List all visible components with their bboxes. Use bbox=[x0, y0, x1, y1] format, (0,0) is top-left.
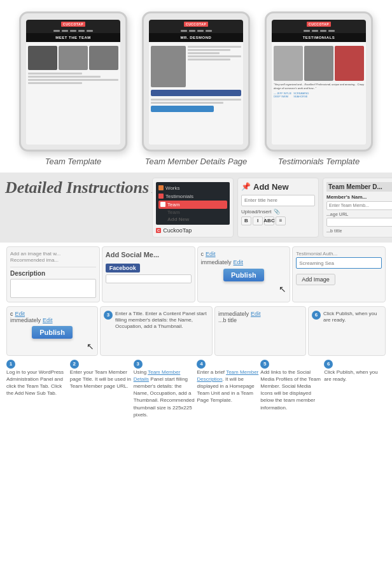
publish-button-e[interactable]: Publish bbox=[32, 326, 73, 339]
sub-item-add-new[interactable]: Add New bbox=[167, 216, 227, 223]
mini-panels-row: Works Testimonials Team Team Add New C C… bbox=[150, 173, 392, 243]
member-name-input[interactable] bbox=[326, 201, 392, 210]
text-line bbox=[188, 55, 241, 57]
test-img bbox=[304, 46, 333, 81]
step5-text: Add links to the Social Media Profiles o… bbox=[260, 369, 321, 411]
tablet-device: CUCCOTAP MR. DESMOND bbox=[142, 11, 250, 152]
text-line bbox=[28, 76, 101, 78]
facebook-label: Facebook bbox=[106, 264, 140, 272]
team-member-desc-link[interactable]: Team Member Description bbox=[197, 369, 258, 382]
step-4: 4 Enter a brief Team Member Description.… bbox=[197, 360, 258, 418]
edit-g[interactable]: Edit bbox=[251, 311, 261, 317]
subtitle-label: ...b title bbox=[326, 229, 392, 233]
edit-link-e[interactable]: Edit bbox=[15, 311, 25, 317]
social-panel: Add Social Me... Facebook bbox=[102, 246, 195, 302]
tablet-header: CUCCOTAP bbox=[26, 20, 120, 29]
cuckootap-item: C CuckooTap bbox=[156, 227, 230, 234]
publish-panel: c Edit immediately Edit Publish ↖ bbox=[197, 246, 291, 302]
step-num-6: 6 bbox=[324, 360, 333, 369]
nav-dot bbox=[87, 30, 93, 32]
step2-text: Enter your Team Member page Title. It wi… bbox=[70, 369, 131, 389]
test-img bbox=[335, 46, 364, 81]
member-photo bbox=[151, 46, 186, 87]
panel-e: c Edit immediately Edit Publish ↖ bbox=[6, 306, 98, 356]
step-num-4: 4 bbox=[197, 360, 206, 369]
c-label: c bbox=[10, 311, 13, 317]
imm-g: immediately bbox=[218, 311, 249, 317]
step3-text-f: Enter a Title. Enter a Content Panel sta… bbox=[115, 311, 209, 330]
tablet-page-title: MR. DESMOND bbox=[149, 33, 243, 42]
immediately-text2: immediately bbox=[201, 259, 232, 265]
testimonial-images bbox=[274, 46, 364, 81]
title-input[interactable] bbox=[241, 195, 315, 206]
italic-button[interactable]: I bbox=[253, 216, 263, 225]
abc-button[interactable]: ABC bbox=[264, 216, 274, 225]
team-img bbox=[89, 46, 118, 70]
quote-attribution: — JEFF WYLIEDEEP SWIM SCREAMINGSEAHORSE bbox=[274, 92, 364, 98]
bold-button[interactable]: B bbox=[241, 216, 251, 225]
sub-item-team[interactable]: Team bbox=[167, 209, 227, 216]
step1-text: Log in to your WordPress Administration … bbox=[6, 369, 64, 397]
tablet-logo: CUCCOTAP bbox=[61, 22, 85, 27]
upload-row: Upload/Insert 📎 bbox=[241, 209, 315, 215]
author-input[interactable] bbox=[296, 257, 382, 269]
test-img bbox=[274, 46, 303, 81]
step-badge-3: 3 bbox=[104, 311, 113, 320]
step6-text-h: Click Publish, when you are ready. bbox=[323, 311, 382, 324]
nav-dot bbox=[62, 30, 68, 32]
nav-item-works[interactable]: Works bbox=[158, 184, 227, 192]
upload-label: Upload/Insert bbox=[241, 209, 272, 215]
nav-label-team: Team bbox=[167, 202, 180, 208]
team-member-panel: Team Member D... Member's Nam... ...age … bbox=[323, 178, 392, 237]
description-textarea[interactable] bbox=[10, 279, 96, 298]
pin-icon: 📌 bbox=[241, 182, 251, 191]
tablet-team-template: CUCCOTAP MEET THE TEAM bbox=[18, 11, 129, 167]
text-line bbox=[28, 82, 82, 84]
text-line bbox=[151, 102, 223, 104]
tablet-logo: CUCCOTAP bbox=[184, 22, 208, 27]
tablet-nav bbox=[272, 29, 366, 33]
tablet-text bbox=[28, 73, 118, 84]
edit-link[interactable]: Edit bbox=[206, 251, 216, 257]
nav-dot bbox=[312, 30, 318, 32]
tablet-caption: Testimonials Template bbox=[278, 157, 360, 167]
detailed-section: Detailed Instructions Attached Works Tes… bbox=[0, 173, 392, 243]
immediately-e: immediately bbox=[10, 317, 41, 323]
facebook-input[interactable] bbox=[106, 274, 192, 283]
publish-button[interactable]: Publish bbox=[223, 269, 264, 281]
cuckootap-label: CuckooTap bbox=[163, 227, 192, 234]
tablet-page-title: MEET THE TEAM bbox=[26, 33, 120, 42]
step-1: 1 Log in to your WordPress Administratio… bbox=[6, 360, 68, 418]
step6-test-ref: 6 Click Publish, when you are ready. bbox=[312, 311, 382, 324]
nav-item-team[interactable]: Team bbox=[158, 201, 227, 209]
team-img bbox=[59, 46, 88, 70]
steps-section: Add an image that w... Recommended ima..… bbox=[0, 243, 392, 425]
step6-text: Click Publish, when you are ready. bbox=[324, 369, 377, 382]
nav-dot bbox=[320, 30, 326, 32]
social-panel-title: Add Social Me... bbox=[106, 251, 192, 258]
edit-link2[interactable]: Edit bbox=[234, 259, 244, 265]
works-icon bbox=[158, 185, 164, 190]
nav-dot bbox=[78, 30, 85, 32]
list-button[interactable]: ≡ bbox=[276, 216, 286, 225]
team-member-details-link[interactable]: Team Member Details bbox=[134, 369, 181, 382]
edit-link-immediately[interactable]: Edit bbox=[43, 317, 53, 323]
panel-f: 3 Enter a Title. Enter a Content Panel s… bbox=[100, 306, 213, 356]
c-edit-row: c Edit bbox=[10, 311, 94, 317]
tablet-images bbox=[28, 46, 118, 70]
tablet-testimonials: CUCCOTAP TESTIMONIALS "Very bbox=[263, 11, 375, 167]
tablet-screen: CUCCOTAP MEET THE TEAM bbox=[26, 20, 120, 145]
team-icon bbox=[160, 202, 165, 207]
step-badge-6: 6 bbox=[312, 311, 321, 320]
add-image-button[interactable]: Add Image bbox=[296, 274, 335, 285]
tablets-row: CUCCOTAP MEET THE TEAM bbox=[0, 0, 392, 173]
nav-item-testimonials[interactable]: Testimonials bbox=[158, 192, 227, 201]
tablet-device: CUCCOTAP MEET THE TEAM bbox=[19, 11, 127, 152]
upload-icon[interactable]: 📎 bbox=[274, 209, 280, 215]
step-num-2: 2 bbox=[70, 360, 79, 369]
image-url-input[interactable] bbox=[326, 218, 392, 227]
nav-dot bbox=[328, 30, 335, 32]
step-num-1: 1 bbox=[6, 360, 15, 369]
add-new-panel: 📌 Add New Upload/Insert 📎 B I ABC ≡ bbox=[237, 178, 319, 237]
tablet-text bbox=[151, 99, 241, 104]
